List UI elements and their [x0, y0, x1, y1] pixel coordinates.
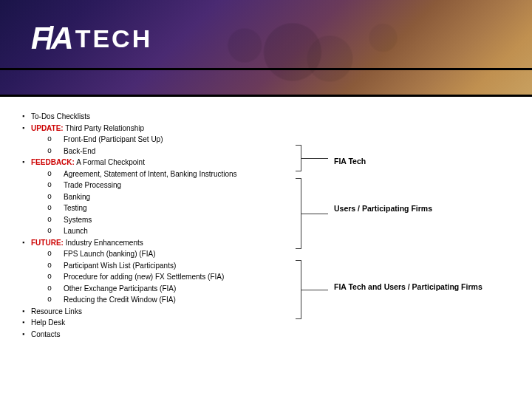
bullet-helpdesk: Help Desk	[31, 318, 65, 327]
future-text: Industry Enhancements	[66, 239, 143, 247]
bullet-todos: To-Dos Checklists	[31, 112, 90, 120]
future-item: Other Exchange Participants (FIA)	[64, 284, 176, 293]
bracket-icon	[294, 145, 301, 171]
feedback-item: Trade Processing	[64, 181, 121, 189]
annotation-both: FIA Tech and Users / Participating Firms	[334, 282, 482, 291]
logo-fia: F/A	[31, 21, 74, 56]
feedback-text: A Formal Checkpoint	[76, 158, 145, 166]
future-item: Reducing the Credit Window (FIA)	[64, 296, 176, 304]
future-item: FPS Launch (banking) (FIA)	[64, 250, 156, 258]
future-item: Participant Wish List (Participants)	[64, 262, 176, 270]
feedback-item: Banking	[64, 193, 90, 201]
update-text: Third Party Relationship	[65, 124, 144, 132]
feedback-item: Testing	[64, 204, 87, 212]
logo-tech: TECH	[75, 24, 153, 53]
future-label: FUTURE:	[31, 239, 64, 247]
annotation-users: Users / Participating Firms	[334, 204, 432, 213]
future-item: Procedure for adding (new) FX Settlement…	[64, 273, 224, 281]
header-rule	[0, 68, 532, 70]
update-item: Back-End	[64, 147, 95, 155]
feedback-item: Agreement, Statement of Intent, Banking …	[64, 170, 237, 178]
bracket-icon	[294, 260, 301, 319]
bracket-icon	[294, 178, 301, 249]
bullet-contacts: Contacts	[31, 330, 60, 338]
bullet-resource: Resource Links	[31, 307, 82, 316]
annotation-fia-tech: FIA Tech	[334, 157, 366, 166]
update-label: UPDATE:	[31, 124, 64, 132]
feedback-item: Systems	[64, 216, 92, 224]
leader-line	[301, 158, 328, 159]
feedback-item: Launch	[64, 227, 88, 235]
leader-line	[301, 290, 328, 290]
logo: F/A TECH	[31, 21, 152, 56]
leader-line	[301, 214, 328, 214]
feedback-label: FEEDBACK:	[31, 158, 75, 166]
header-rule-bottom	[0, 95, 532, 97]
update-item: Front-End (Participant Set Up)	[64, 135, 163, 143]
slide-content: To-Dos Checklists UPDATE: Third Party Re…	[22, 111, 525, 392]
header-band: F/A TECH	[0, 0, 532, 95]
